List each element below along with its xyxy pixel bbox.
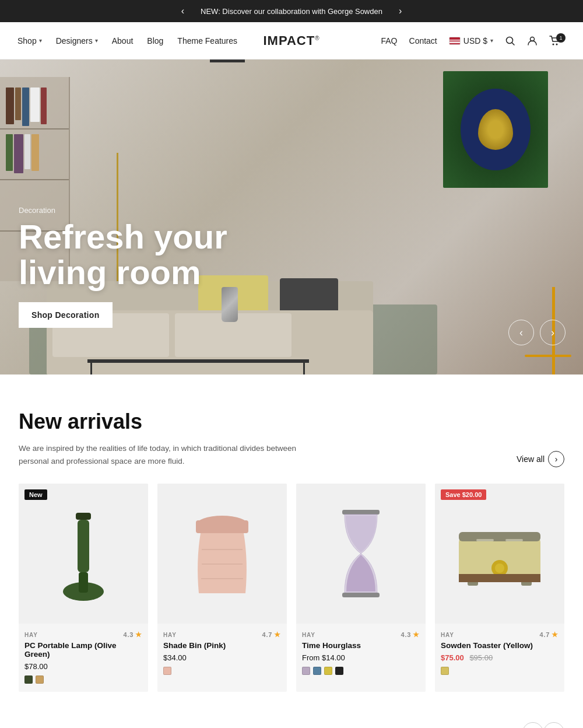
product-info-bin: HAY 4.7 ★ Shade Bin (Pink) $34.00 (157, 624, 287, 683)
product-price-lamp: $78.00 (24, 662, 142, 671)
product-card-lamp[interactable]: New HAY 4.3 ★ (19, 484, 148, 692)
svg-rect-14 (342, 510, 380, 514)
product-image-bin (157, 484, 287, 624)
product-name-bin: Shade Bin (Pink) (163, 641, 281, 650)
hero-next-button[interactable]: › (540, 320, 566, 345)
swatch[interactable] (324, 667, 332, 675)
product-name-toaster: Sowden Toaster (Yellow) (441, 641, 559, 650)
swatch[interactable] (36, 676, 44, 684)
hero-artwork (443, 71, 548, 188)
svg-point-0 (507, 37, 513, 43)
hero-prev-button[interactable]: ‹ (508, 320, 534, 345)
nav-about[interactable]: About (112, 36, 134, 46)
hero-content: Decoration Refresh your living room Shop… (19, 206, 298, 328)
shop-decoration-button[interactable]: Shop Decoration (19, 302, 113, 328)
swatch[interactable] (302, 667, 310, 675)
swatch[interactable] (441, 667, 449, 675)
hourglass-icon (338, 501, 384, 606)
swatch[interactable] (313, 667, 321, 675)
product-brand-bin: HAY 4.7 ★ (163, 631, 281, 639)
svg-rect-15 (342, 593, 380, 597)
product-brand-toaster: HAY 4.7 ★ (441, 631, 559, 639)
product-swatches-toaster (441, 667, 559, 675)
product-card-bin[interactable]: HAY 4.7 ★ Shade Bin (Pink) $34.00 (157, 484, 287, 692)
bin-icon (184, 503, 260, 605)
new-arrivals-section: New arrivals We are inspired by the real… (0, 374, 583, 715)
search-icon (505, 36, 515, 46)
view-all-link[interactable]: View all › (517, 451, 564, 467)
lamp-icon (48, 501, 118, 606)
star-icon: ★ (135, 631, 142, 639)
product-swatches-bin (163, 667, 281, 675)
product-info-lamp: HAY 4.3 ★ PC Portable Lamp (Olive Green)… (19, 624, 148, 692)
badge-save: Save $20.00 (441, 489, 486, 500)
chevron-down-icon: ▾ (490, 37, 493, 44)
product-price-toaster: $75.00 $95.00 (441, 653, 559, 662)
product-name-hourglass: Time Hourglass (302, 641, 420, 650)
hero-nav-controls: ‹ › (508, 320, 566, 345)
nav-shop[interactable]: Shop ▾ (17, 36, 42, 46)
toaster-icon (450, 516, 549, 592)
svg-rect-18 (476, 539, 494, 541)
product-swatches-lamp (24, 676, 142, 684)
currency-selector[interactable]: USD $ ▾ (449, 36, 493, 46)
products-grid: New HAY 4.3 ★ (19, 484, 564, 692)
product-image-toaster: Save $20.00 (435, 484, 564, 624)
product-price-hourglass: From $14.00 (302, 653, 420, 662)
section-title: New arrivals (19, 410, 564, 434)
announcement-next-button[interactable]: › (394, 6, 406, 16)
svg-rect-6 (78, 520, 89, 572)
product-info-toaster: HAY 4.7 ★ Sowden Toaster (Yellow) $75.00… (435, 624, 564, 683)
products-next-button[interactable]: › (543, 722, 564, 728)
original-price: $95.00 (469, 653, 493, 662)
product-price-bin: $34.00 (163, 653, 281, 662)
cart-button[interactable]: 1 (549, 36, 566, 46)
nav-theme-features[interactable]: Theme Features (177, 36, 237, 46)
search-button[interactable] (505, 36, 515, 46)
swatch[interactable] (24, 676, 33, 684)
section-header: New arrivals We are inspired by the real… (19, 410, 564, 467)
nav-blog[interactable]: Blog (147, 36, 163, 46)
product-card-hourglass[interactable]: HAY 4.3 ★ Time Hourglass From $14.00 (296, 484, 426, 692)
star-icon: ★ (413, 631, 420, 639)
svg-point-4 (556, 43, 558, 45)
hero-tag: Decoration (19, 206, 298, 215)
swatch[interactable] (163, 667, 171, 675)
product-rating-toaster: 4.7 ★ (539, 631, 559, 639)
account-button[interactable] (527, 36, 538, 46)
svg-rect-19 (505, 539, 523, 541)
product-brand-hourglass: HAY 4.3 ★ (302, 631, 420, 639)
svg-rect-10 (196, 520, 248, 533)
product-swatches-hourglass (302, 667, 420, 675)
announcement-bar: ‹ NEW: Discover our collaboration with G… (0, 0, 583, 22)
site-logo[interactable]: IMPACT® (263, 33, 319, 48)
nav-faq[interactable]: FAQ (381, 36, 398, 46)
nav-left: Shop ▾ Designers ▾ About Blog Theme Feat… (17, 36, 237, 46)
star-icon: ★ (552, 631, 559, 639)
svg-rect-5 (76, 513, 91, 520)
swatch[interactable] (335, 667, 343, 675)
chevron-down-icon: ▾ (95, 37, 98, 44)
svg-point-21 (495, 564, 504, 573)
product-image-lamp: New (19, 484, 148, 624)
hero-table-leg-2 (303, 360, 305, 374)
scroll-nav-row: ‹ › (0, 715, 583, 728)
view-all-arrow-icon: › (548, 451, 564, 467)
cart-count: 1 (556, 33, 566, 43)
announcement-text: NEW: Discover our collaboration with Geo… (201, 7, 382, 16)
flag-icon (449, 37, 461, 45)
product-info-hourglass: HAY 4.3 ★ Time Hourglass From $14.00 (296, 624, 426, 683)
product-card-toaster[interactable]: Save $20.00 (435, 484, 564, 692)
star-icon: ★ (274, 631, 281, 639)
hero-table-leg-1 (90, 360, 92, 374)
product-brand-lamp: HAY 4.3 ★ (24, 631, 142, 639)
svg-point-3 (553, 43, 554, 45)
nav-contact[interactable]: Contact (409, 36, 437, 46)
product-name-lamp: PC Portable Lamp (Olive Green) (24, 641, 142, 659)
hero-coffee-table (87, 359, 309, 363)
nav-designers[interactable]: Designers ▾ (56, 36, 98, 46)
announcement-prev-button[interactable]: ‹ (177, 6, 189, 16)
sale-price: $75.00 (441, 653, 464, 662)
hero-section: Decoration Refresh your living room Shop… (0, 60, 583, 374)
products-prev-button[interactable]: ‹ (522, 722, 543, 728)
